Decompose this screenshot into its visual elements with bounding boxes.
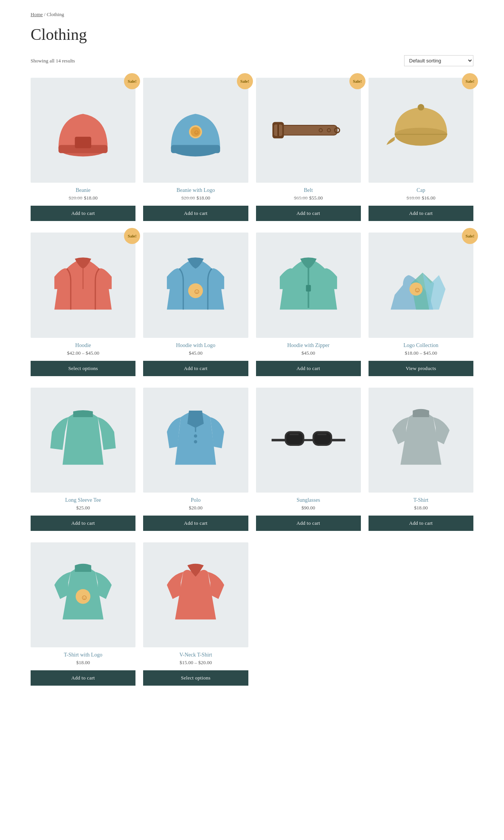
product-name: Sunglasses xyxy=(297,497,320,503)
price-single: $18.00 xyxy=(414,505,428,511)
product-name: Logo Collection xyxy=(403,342,438,349)
products-grid: Sale! Beanie $20.00$18.00 Add to cart Sa… xyxy=(31,78,473,686)
product-price: $18.00 xyxy=(414,505,428,511)
product-button-hoodie[interactable]: Select options xyxy=(31,361,135,376)
product-illustration-t-shirt xyxy=(380,399,462,481)
sale-badge: Sale! xyxy=(124,73,140,89)
sale-badge: Sale! xyxy=(237,73,253,89)
product-card-t-shirt-with-logo: T-Shirt with Logo $18.00 Add to cart xyxy=(31,542,135,686)
product-button-hoodie-with-logo[interactable]: Add to cart xyxy=(143,361,248,376)
product-price: $20.00$18.00 xyxy=(69,195,98,201)
product-card-hoodie: Sale! Hoodie $42.00 – $45.00 Select opti… xyxy=(31,233,135,376)
breadcrumb-home-link[interactable]: Home xyxy=(31,11,43,17)
price-range: $15.00 – $20.00 xyxy=(179,660,212,665)
results-count: Showing all 14 results xyxy=(31,58,75,64)
product-price: $90.00 xyxy=(302,505,315,511)
breadcrumb-current: Clothing xyxy=(47,11,64,17)
product-image-wrap: Sale! xyxy=(369,78,473,183)
product-image-wrap: Sale! xyxy=(31,233,135,337)
product-illustration-sunglasses xyxy=(267,399,349,481)
product-price: $18.00 xyxy=(76,660,90,666)
product-name: Beanie with Logo xyxy=(176,187,215,193)
price-sale: $18.00 xyxy=(84,195,98,201)
sort-select[interactable]: Default sorting Sort by popularity Sort … xyxy=(404,55,473,66)
product-button-logo-collection[interactable]: View products xyxy=(369,361,473,376)
product-price: $20.00 xyxy=(189,505,203,511)
price-single: $20.00 xyxy=(189,505,203,511)
price-single: $18.00 xyxy=(76,660,90,665)
product-name: Hoodie xyxy=(75,342,91,349)
page-title: Clothing xyxy=(31,25,473,44)
product-button-long-sleeve-tee[interactable]: Add to cart xyxy=(31,516,135,531)
product-button-v-neck-t-shirt[interactable]: Select options xyxy=(143,670,248,686)
product-name: V-Neck T-Shirt xyxy=(179,652,212,658)
product-price: $18.00$16.00 xyxy=(406,195,435,201)
product-price: $25.00 xyxy=(76,505,90,511)
product-button-t-shirt[interactable]: Add to cart xyxy=(369,516,473,531)
product-button-polo[interactable]: Add to cart xyxy=(143,516,248,531)
product-button-hoodie-with-zipper[interactable]: Add to cart xyxy=(256,361,361,376)
price-single: $90.00 xyxy=(302,505,315,511)
product-image-wrap: Sale! xyxy=(369,233,473,337)
product-card-hoodie-with-logo: Hoodie with Logo $45.00 Add to cart xyxy=(143,233,248,376)
product-price: $45.00 xyxy=(302,350,315,356)
product-illustration-t-shirt-with-logo xyxy=(42,554,124,636)
product-name: Polo xyxy=(191,497,201,503)
product-image-wrap xyxy=(256,388,361,493)
product-name: Hoodie with Zipper xyxy=(287,342,329,349)
product-card-polo: Polo $20.00 Add to cart xyxy=(143,388,248,531)
product-illustration-beanie xyxy=(42,89,124,171)
price-single: $45.00 xyxy=(189,350,203,356)
breadcrumb: Home / Clothing xyxy=(31,0,473,21)
product-image-wrap xyxy=(31,388,135,493)
price-sale: $16.00 xyxy=(422,195,435,201)
product-image-wrap: Sale! xyxy=(256,78,361,183)
product-card-belt: Sale! Belt $65.00$55.00 Add to cart xyxy=(256,78,361,221)
product-illustration-beanie-with-logo xyxy=(155,89,237,171)
sale-badge: Sale! xyxy=(124,228,140,244)
product-price: $45.00 xyxy=(189,350,203,356)
price-sale: $55.00 xyxy=(309,195,323,201)
price-range: $42.00 – $45.00 xyxy=(67,350,99,356)
product-card-beanie: Sale! Beanie $20.00$18.00 Add to cart xyxy=(31,78,135,221)
price-range: $18.00 – $45.00 xyxy=(405,350,437,356)
product-image-wrap xyxy=(143,542,248,647)
product-button-sunglasses[interactable]: Add to cart xyxy=(256,516,361,531)
product-name: Beanie xyxy=(76,187,91,193)
sale-badge: Sale! xyxy=(462,228,478,244)
product-name: Cap xyxy=(417,187,426,193)
product-button-belt[interactable]: Add to cart xyxy=(256,206,361,221)
product-card-hoodie-with-zipper: Hoodie with Zipper $45.00 Add to cart xyxy=(256,233,361,376)
product-name: Long Sleeve Tee xyxy=(65,497,101,503)
product-illustration-belt xyxy=(267,89,349,171)
product-price: $18.00 – $45.00 xyxy=(405,350,437,356)
product-card-beanie-with-logo: Sale! Beanie with Logo $20.00$18.00 Add … xyxy=(143,78,248,221)
price-original: $18.00 xyxy=(406,195,420,201)
product-card-sunglasses: Sunglasses $90.00 Add to cart xyxy=(256,388,361,531)
product-illustration-polo xyxy=(155,399,237,481)
product-price: $20.00$18.00 xyxy=(181,195,210,201)
sale-badge: Sale! xyxy=(349,73,365,89)
product-button-beanie-with-logo[interactable]: Add to cart xyxy=(143,206,248,221)
product-illustration-long-sleeve-tee xyxy=(42,399,124,481)
product-price: $42.00 – $45.00 xyxy=(67,350,99,356)
product-price: $65.00$55.00 xyxy=(294,195,323,201)
product-illustration-logo-collection xyxy=(380,244,462,326)
product-card-logo-collection: Sale! Logo Collection $18.00 – $45.00 Vi… xyxy=(369,233,473,376)
product-card-cap: Sale! Cap $18.00$16.00 Add to cart xyxy=(369,78,473,221)
product-name: Hoodie with Logo xyxy=(176,342,215,349)
product-button-t-shirt-with-logo[interactable]: Add to cart xyxy=(31,670,135,686)
product-illustration-hoodie-with-zipper xyxy=(267,244,349,326)
product-image-wrap: Sale! xyxy=(143,78,248,183)
product-illustration-hoodie xyxy=(42,244,124,326)
breadcrumb-separator: / xyxy=(43,11,47,17)
product-card-v-neck-t-shirt: V-Neck T-Shirt $15.00 – $20.00 Select op… xyxy=(143,542,248,686)
product-name: T-Shirt with Logo xyxy=(64,652,103,658)
price-sale: $18.00 xyxy=(196,195,210,201)
product-illustration-hoodie-with-logo xyxy=(155,244,237,326)
product-image-wrap xyxy=(369,388,473,493)
product-button-cap[interactable]: Add to cart xyxy=(369,206,473,221)
product-price: $15.00 – $20.00 xyxy=(179,660,212,666)
product-button-beanie[interactable]: Add to cart xyxy=(31,206,135,221)
product-illustration-cap xyxy=(380,89,462,171)
